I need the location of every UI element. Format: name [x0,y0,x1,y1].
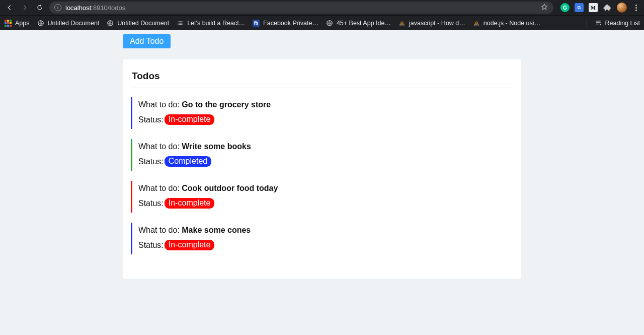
bookmark-label: Untitled Document [48,20,100,27]
status-badge: In-complete [165,114,215,125]
add-todo-button[interactable]: Add Todo [123,34,171,48]
address-bar[interactable]: i localhost:8910/todos [49,2,553,14]
bookmark-label: Let's build a React… [187,20,245,27]
toolbar: i localhost:8910/todos G G M [0,0,644,15]
todo-item: What to do: Make some conesStatus:In-com… [131,223,513,254]
bookmark-item[interactable]: Untitled Document [37,19,100,27]
apps-icon [4,19,12,27]
bookmark-item[interactable]: javascript - How d… [398,19,465,27]
reload-button[interactable] [34,2,45,13]
browser-menu-button[interactable] [632,3,640,12]
todo-title: Cook outdoor food today [182,184,278,192]
todo-title-line: What to do: Make some cones [138,226,513,235]
what-to-do-label: What to do: [138,142,182,151]
extension-medium-icon[interactable]: M [589,3,598,12]
bookmark-item[interactable]: Untitled Document [106,19,169,27]
todo-title-line: What to do: Go to the grocery store [138,100,513,109]
todo-status-line: Status:Completed [138,156,513,167]
todo-item: What to do: Cook outdoor food todayStatu… [131,181,513,213]
url: localhost:8910/todos [65,4,125,12]
url-port: :8910 [91,4,108,12]
apps-label: Apps [15,20,30,27]
todo-title: Write some books [182,142,251,151]
status-label: Status: [138,115,164,124]
status-label: Status: [138,241,164,250]
bookmark-label: Facebook Private… [263,20,318,27]
bookmark-favicon: fb [252,19,260,27]
browser-chrome: i localhost:8910/todos G G M Apps U [0,0,644,30]
status-badge: In-complete [165,240,215,250]
status-badge: Completed [165,156,211,167]
todo-status-line: Status:In-complete [138,240,513,250]
todo-status-line: Status:In-complete [138,198,513,209]
todos-list: What to do: Go to the grocery storeStatu… [131,97,513,254]
extensions-button[interactable] [603,3,612,12]
todo-title-line: What to do: Write some books [138,142,513,151]
what-to-do-label: What to do: [138,226,182,234]
reading-list-icon [594,19,602,27]
apps-shortcut[interactable]: Apps [4,19,30,27]
bookmark-favicon [398,19,406,27]
bookmark-label: Untitled Document [117,20,169,27]
bookmark-favicon [326,19,334,27]
bookmark-star-icon[interactable] [540,3,548,13]
toolbar-right: G G M [557,3,640,13]
url-path: /todos [108,4,125,12]
divider [131,88,513,88]
page-body: Add Todo Todos What to do: Go to the gro… [0,30,644,279]
todo-item: What to do: Write some booksStatus:Compl… [131,139,513,171]
todo-title: Go to the grocery store [182,100,271,109]
status-label: Status: [138,199,164,208]
reading-list-button[interactable]: Reading List [594,19,640,27]
bookmark-favicon [176,19,184,27]
bookmark-label: javascript - How d… [409,20,465,27]
bookmark-items: Untitled DocumentUntitled DocumentLet's … [37,19,541,27]
todos-heading: Todos [132,71,513,82]
bookmarks-bar: Apps Untitled DocumentUntitled DocumentL… [0,15,644,30]
bookmark-item[interactable]: fbFacebook Private… [252,19,318,27]
todo-title-line: What to do: Cook outdoor food today [138,184,513,193]
bookmark-favicon [106,19,114,27]
profile-avatar[interactable] [617,3,627,13]
site-info-icon[interactable]: i [54,4,61,11]
bookmark-item[interactable]: node.js - Node usi… [472,19,540,27]
todo-title: Make some cones [182,226,251,234]
bookmark-label: node.js - Node usi… [484,20,540,27]
todo-item: What to do: Go to the grocery storeStatu… [131,97,513,129]
bookmark-favicon [472,19,480,27]
back-button[interactable] [4,2,15,13]
bookmarks-divider [587,19,587,28]
reading-list-label: Reading List [605,20,640,27]
todo-status-line: Status:In-complete [138,114,513,125]
extension-gtranslate-icon[interactable]: G [575,3,584,12]
what-to-do-label: What to do: [138,184,182,192]
what-to-do-label: What to do: [138,100,182,109]
bookmark-favicon [37,19,45,27]
bookmark-item[interactable]: 45+ Best App Ide… [326,19,391,27]
todos-card: Todos What to do: Go to the grocery stor… [123,59,521,279]
status-badge: In-complete [165,198,215,209]
forward-button[interactable] [19,2,30,13]
status-label: Status: [138,157,164,166]
bookmark-label: 45+ Best App Ide… [337,20,391,27]
extension-grammarly-icon[interactable]: G [560,3,570,12]
url-host: localhost [65,4,91,12]
bookmark-item[interactable]: Let's build a React… [176,19,245,27]
content: Add Todo Todos What to do: Go to the gro… [123,34,521,279]
